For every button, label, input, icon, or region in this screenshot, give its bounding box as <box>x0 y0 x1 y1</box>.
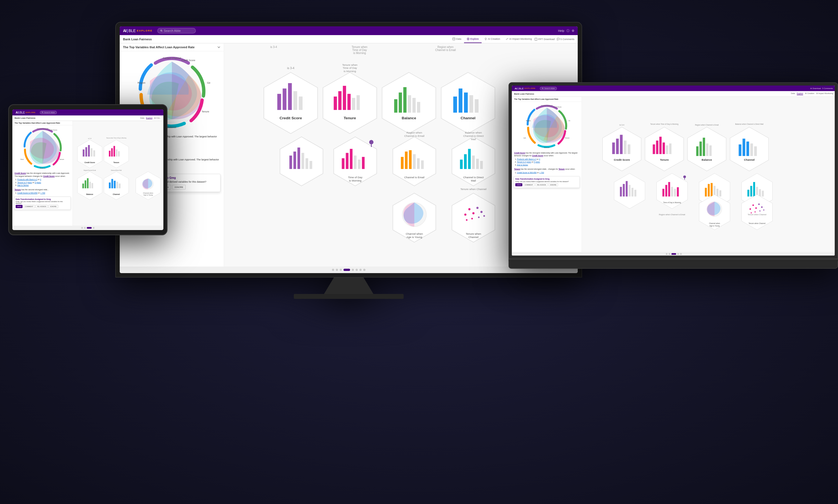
tablet-hex-channel-young: Channel when Age is Young <box>136 172 160 200</box>
tablet-tab-explore[interactable]: Explore <box>146 117 153 119</box>
progress-dot-6[interactable] <box>359 269 362 271</box>
tablet-cs-link2[interactable]: Credit Score <box>43 175 55 177</box>
info-icon[interactable]: ⓘ <box>566 29 569 33</box>
svg-marker-39 <box>441 72 495 133</box>
tablet-dot-active[interactable] <box>87 227 92 229</box>
svg-rect-55 <box>306 158 308 169</box>
laptop-tenure-item-link2[interactable]: > 700 <box>539 172 544 174</box>
laptop-tenure-link2[interactable]: Tenure <box>559 168 565 170</box>
ai-creation-icon <box>484 38 487 40</box>
laptop-dot-active[interactable] <box>671 253 676 255</box>
svg-text:Age is Young: Age is Young <box>406 236 422 238</box>
laptop-item1-link1[interactable]: Products with Bank is 3 <box>517 158 536 160</box>
laptop-dot-2[interactable] <box>669 253 670 255</box>
laptop-item2-link2[interactable]: 5 years <box>534 161 540 163</box>
tablet-popup-ignore[interactable]: IGNORE <box>48 205 58 208</box>
laptop-tenure-link[interactable]: Tenure <box>514 168 520 170</box>
tablet-dot-3[interactable] <box>93 227 95 229</box>
progress-dot-7[interactable] <box>363 269 365 271</box>
svg-text:Balance: Balance <box>702 158 712 161</box>
progress-dot-2[interactable] <box>336 269 338 271</box>
laptop-tab-explore[interactable]: Explore <box>797 93 803 95</box>
monitor-stand <box>324 277 373 294</box>
svg-point-194 <box>761 206 763 208</box>
tablet-tab-ai[interactable]: AI Cre... <box>154 117 161 119</box>
laptop-popup-comment[interactable]: COMMENT <box>523 183 535 186</box>
svg-text:Mail: Mail <box>471 179 476 182</box>
svg-rect-155 <box>629 185 630 196</box>
tablet-item3-link[interactable]: Age is Senior <box>17 184 29 186</box>
svg-rect-221 <box>116 149 118 157</box>
tablet-tenure-link[interactable]: Tenure <box>15 188 21 191</box>
chevron-down-icon[interactable] <box>217 46 221 49</box>
search-bar[interactable]: Search Aible <box>157 28 196 34</box>
laptop-tenure-item-link[interactable]: Credit Score is 500-650 <box>517 172 536 174</box>
help-link[interactable]: Help <box>558 29 564 32</box>
tablet-search[interactable]: Search Aible <box>40 111 56 114</box>
svg-rect-138 <box>709 145 712 156</box>
tablet-popup: Data Transformation Assigned to Greg Gre… <box>14 197 71 210</box>
tablet-item1-link2[interactable]: 4 <box>40 179 41 180</box>
svg-rect-73 <box>417 158 420 169</box>
svg-rect-42 <box>464 92 468 112</box>
topbar-right: Help ⓘ ⚙ <box>558 29 575 33</box>
tablet-popup-view[interactable]: VIEW <box>16 205 22 208</box>
laptop-tab-data[interactable]: Data <box>791 93 795 95</box>
logo-pipe: | <box>127 29 128 33</box>
tablet-cs-link[interactable]: Credit Score <box>15 172 26 174</box>
laptop-popup-body: Greg, can you review Aible's suggested d… <box>515 181 578 182</box>
comment-icon <box>557 38 560 40</box>
svg-text:Tenure: Tenure <box>660 158 669 161</box>
laptop-tab-ai-creation[interactable]: AI Creation <box>805 93 815 95</box>
tab-explore[interactable]: Explore <box>464 35 482 43</box>
svg-rect-43 <box>469 95 473 113</box>
tablet-item2-link1[interactable]: Tenure is 4 years <box>17 181 32 183</box>
nav-tabs: Data Explore AI Creation <box>450 35 535 43</box>
tablet-item-2: Tenure is 4 years or 5 years <box>17 181 70 184</box>
laptop-dot-4[interactable] <box>680 253 682 255</box>
tab-ai-impact[interactable]: AI Impact Monitoring <box>503 35 535 43</box>
progress-dot-1[interactable] <box>332 269 334 271</box>
laptop-popup-view[interactable]: VIEW <box>515 183 522 186</box>
tablet-popup-comment[interactable]: COMMENT <box>23 205 35 208</box>
tablet-tab-data[interactable]: Data <box>140 117 144 119</box>
data-icon <box>452 38 455 40</box>
ppt-download-btn[interactable]: PPT Download <box>535 38 554 40</box>
progress-dot-3[interactable] <box>340 269 342 271</box>
tablet-tenure-item-link2[interactable]: > 700 <box>40 192 45 194</box>
popup-ignore-btn[interactable]: IGNORE <box>172 185 186 190</box>
laptop-chord-svg: Contact Channel Gender Tenure Balance Pr… <box>523 103 570 149</box>
laptop-tenure-item-1: Credit Score is 500-650 or > 700 <box>517 172 579 174</box>
comments-btn[interactable]: 5 Comments <box>557 38 575 40</box>
tab-data[interactable]: Data <box>450 35 464 43</box>
tablet-tenure-item-link[interactable]: Credit Score is 500-650 <box>17 192 38 194</box>
laptop-item2-link1[interactable]: Tenure is 4 years <box>517 161 531 163</box>
progress-dot-4[interactable] <box>352 269 354 271</box>
laptop-chord-container: Contact Channel Gender Tenure Balance Pr… <box>512 102 582 150</box>
tablet-logo: AI | BLE EXPLORE <box>16 111 35 114</box>
laptop-popup-reassign[interactable]: RE-ASSIGN <box>535 183 548 186</box>
tablet-dot-1[interactable] <box>81 227 83 229</box>
svg-text:Credit Score: Credit Score <box>182 59 195 62</box>
laptop-item3-link[interactable]: Age is Senior <box>517 164 528 166</box>
laptop-dot-1[interactable] <box>666 253 667 255</box>
progress-dot-5[interactable] <box>356 269 358 271</box>
tablet-item2-link2[interactable]: 5 years <box>35 181 41 183</box>
laptop-ai-download[interactable]: AI Download <box>810 87 821 89</box>
laptop-comments[interactable]: 5 Comments <box>822 87 833 89</box>
laptop-dot-3[interactable] <box>678 253 679 255</box>
laptop-cs-link[interactable]: Credit Score <box>514 152 525 154</box>
tablet-page-title: Bank Loan Fairness <box>15 117 35 119</box>
svg-text:Balance: Balance <box>167 126 176 129</box>
tablet-item1-link1[interactable]: Products with Bank is 3 <box>17 179 37 180</box>
tablet-popup-reassign[interactable]: RE-ASSIGN <box>35 205 48 208</box>
laptop-cs-link2[interactable]: Credit Score <box>532 155 543 157</box>
tablet-dot-2[interactable] <box>84 227 86 229</box>
settings-icon[interactable]: ⚙ <box>572 29 575 33</box>
tab-ai-creation[interactable]: AI Creation <box>482 35 503 43</box>
progress-dot-active[interactable] <box>343 269 350 271</box>
laptop-popup-ignore[interactable]: IGNORE <box>548 183 558 186</box>
laptop-item1-link2[interactable]: 4 <box>539 158 540 160</box>
laptop-search[interactable]: Search Aible <box>540 87 557 90</box>
laptop-tab-ai-impact[interactable]: AI Impact Monitoring <box>816 93 833 95</box>
